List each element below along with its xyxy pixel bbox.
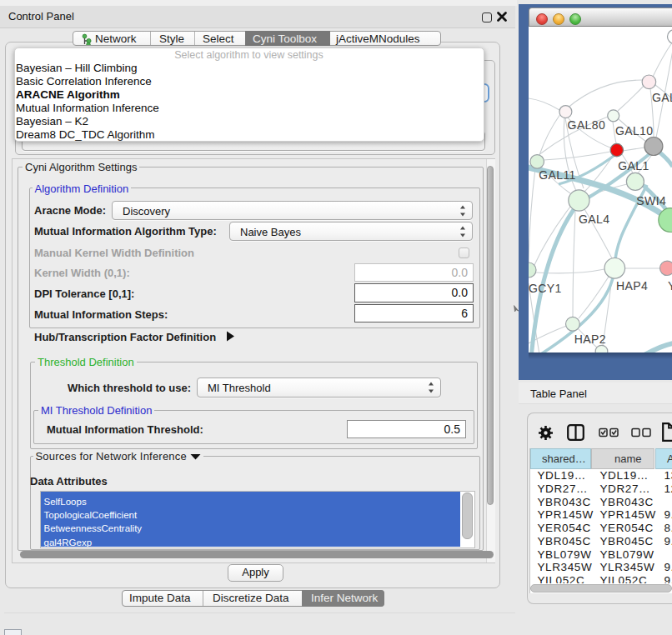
- svg-text:Y: Y: [668, 279, 672, 292]
- svg-text:HAP4: HAP4: [616, 279, 648, 292]
- svg-text:HAP2: HAP2: [574, 332, 605, 346]
- svg-text:GAL80: GAL80: [567, 118, 605, 132]
- svg-text:GAL4: GAL4: [579, 212, 609, 226]
- svg-text:GAL11: GAL11: [539, 168, 576, 182]
- svg-text:GCY1: GCY1: [529, 282, 562, 295]
- svg-text:SWI4: SWI4: [636, 194, 666, 208]
- svg-text:GAL1: GAL1: [618, 159, 649, 172]
- svg-text:GAL10: GAL10: [614, 124, 653, 138]
- svg-text:GAL: GAL: [652, 91, 672, 104]
